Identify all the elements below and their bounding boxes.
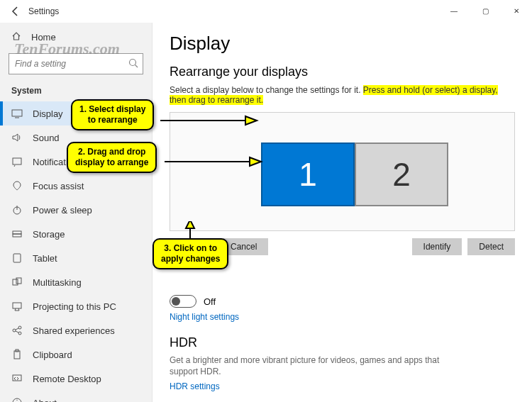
svg-point-12 — [18, 332, 21, 335]
storage-icon — [11, 228, 23, 240]
sidebar-item-clipboard[interactable]: Clipboard — [0, 342, 152, 367]
svg-marker-19 — [186, 221, 194, 228]
sidebar-item-multitasking[interactable]: Multitasking — [0, 270, 152, 294]
focus-icon — [11, 180, 23, 191]
detect-button[interactable]: Detect — [467, 238, 515, 255]
page-title: Display — [170, 33, 515, 55]
svg-rect-8 — [16, 278, 21, 284]
tablet-icon — [11, 252, 23, 264]
search-input-wrap — [9, 53, 143, 74]
sidebar-item-focus[interactable]: Focus assist — [0, 174, 152, 198]
notifications-icon — [11, 156, 23, 167]
callout-3-pointer — [182, 221, 203, 242]
multitask-icon — [11, 277, 23, 288]
sidebar-home-label: Home — [31, 32, 56, 43]
sidebar-item-remote[interactable]: Remote Desktop — [0, 367, 152, 391]
sidebar-section-label: System — [0, 82, 152, 101]
about-icon — [11, 397, 23, 402]
svg-rect-9 — [13, 303, 21, 308]
rearrange-description: Select a display below to change the set… — [170, 85, 515, 105]
toggle-label: Off — [204, 296, 216, 307]
svg-rect-13 — [14, 351, 20, 359]
window-title: Settings — [28, 6, 59, 16]
sidebar-item-shared[interactable]: Shared experiences — [0, 318, 152, 342]
night-light-toggle[interactable] — [170, 295, 196, 308]
callout-2: 2. Drag and drop display to arrange — [67, 142, 157, 173]
sidebar-item-power[interactable]: Power & sleep — [0, 198, 152, 222]
night-light-toggle-row: Off — [170, 295, 515, 308]
callout-3: 3. Click on to apply changes — [153, 238, 228, 269]
sidebar-home[interactable]: Home — [0, 27, 152, 48]
shared-icon — [11, 325, 23, 336]
svg-rect-7 — [13, 279, 18, 285]
svg-rect-5 — [13, 234, 21, 237]
minimize-button[interactable]: — — [438, 0, 470, 21]
sidebar-item-storage[interactable]: Storage — [0, 222, 152, 246]
svg-marker-17 — [245, 116, 257, 125]
svg-point-10 — [13, 329, 16, 332]
sidebar-item-about[interactable]: About — [0, 391, 152, 402]
arrow-left-icon — [11, 6, 21, 16]
clipboard-icon — [11, 349, 23, 360]
identify-button[interactable]: Identify — [412, 238, 462, 255]
titlebar: Settings — ▢ ✕ — [0, 0, 532, 23]
hdr-heading: HDR — [170, 335, 515, 350]
svg-marker-18 — [250, 157, 261, 166]
sidebar-item-tablet[interactable]: Tablet — [0, 246, 152, 270]
home-icon — [11, 31, 21, 43]
monitor-1[interactable]: 1 — [261, 143, 355, 206]
svg-point-0 — [130, 60, 136, 66]
hdr-settings-link[interactable]: HDR settings — [170, 381, 220, 391]
callout-1-pointer — [160, 112, 260, 133]
callout-1: 1. Select display to rearrange — [71, 99, 154, 130]
search-icon — [128, 57, 139, 72]
sidebar-item-projecting[interactable]: Projecting to this PC — [0, 294, 152, 318]
remote-icon — [11, 373, 23, 384]
svg-rect-6 — [13, 254, 21, 262]
sidebar: Home System Display Sound Notifications … — [0, 23, 153, 402]
monitor-2[interactable]: 2 — [355, 143, 448, 206]
rearrange-heading: Rearrange your displays — [170, 65, 515, 79]
project-icon — [11, 301, 23, 312]
svg-rect-1 — [12, 110, 22, 116]
sound-icon — [11, 132, 23, 143]
close-button[interactable]: ✕ — [501, 0, 532, 21]
callout-2-pointer — [165, 153, 264, 174]
power-icon — [11, 204, 23, 216]
hdr-description: Get a brighter and more vibrant picture … — [170, 354, 446, 377]
back-button[interactable] — [6, 1, 26, 21]
svg-point-11 — [18, 326, 21, 329]
main-panel: Display Rearrange your displays Select a… — [153, 23, 532, 402]
svg-rect-2 — [13, 158, 21, 164]
maximize-button[interactable]: ▢ — [470, 0, 501, 21]
night-light-settings-link[interactable]: Night light settings — [170, 312, 239, 322]
svg-rect-4 — [13, 231, 21, 234]
display-icon — [11, 108, 23, 119]
search-input[interactable] — [9, 53, 143, 74]
